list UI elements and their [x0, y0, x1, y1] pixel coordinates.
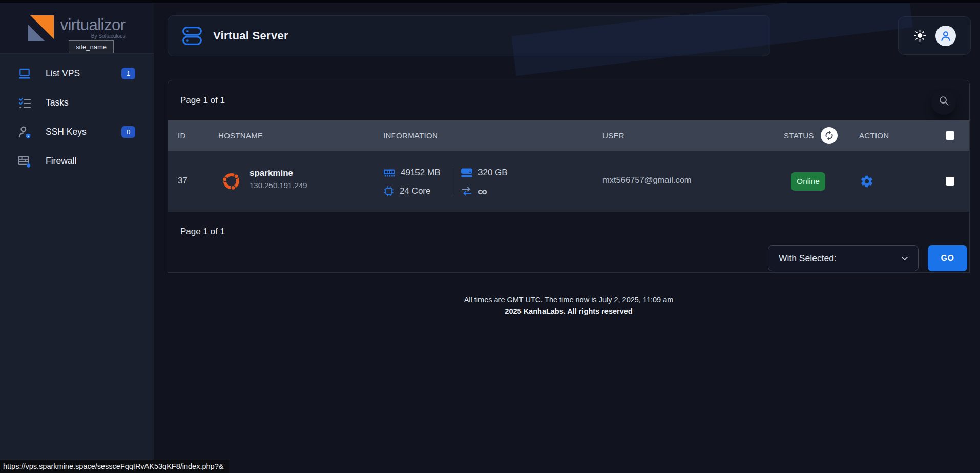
sidebar: virtualizor By Softaculous site_name Lis…: [0, 3, 154, 473]
sidebar-item-tasks[interactable]: Tasks: [0, 88, 154, 117]
go-button[interactable]: GO: [928, 245, 967, 271]
row-select-checkbox[interactable]: [946, 177, 954, 186]
refresh-status-button[interactable]: [821, 127, 838, 144]
vps-id: 37: [178, 176, 187, 186]
laptop-icon: [17, 67, 32, 80]
vps-hostname-link[interactable]: sparkmine: [249, 168, 307, 178]
with-selected-label: With Selected:: [779, 253, 837, 264]
ram-icon: [383, 168, 395, 177]
page-header: Virtual Server: [168, 15, 770, 56]
firewall-icon: [17, 154, 32, 169]
column-information: INFORMATION: [383, 120, 438, 151]
sidebar-item-firewall[interactable]: Firewall: [0, 147, 154, 176]
vps-user-email: mxt566757@gmail.com: [602, 175, 692, 185]
cpu-icon: [383, 186, 394, 197]
bandwidth-transfer-icon: [461, 186, 473, 196]
list-vps-count-badge: 1: [121, 68, 135, 79]
ssh-keys-icon: [17, 125, 32, 139]
sidebar-nav: List VPS 1 Tasks: [0, 54, 154, 176]
vps-bandwidth-infinity: ∞: [478, 186, 487, 196]
footer-copyright: 2025 KanhaLabs. All rights reserved: [168, 307, 970, 315]
with-selected-dropdown[interactable]: With Selected:: [768, 245, 919, 271]
sidebar-item-label: List VPS: [46, 68, 80, 79]
browser-status-url: https://vps.sparkmine.space/sessceFqqIRv…: [0, 460, 229, 473]
column-status: STATUS: [784, 120, 814, 151]
sidebar-item-ssh-keys[interactable]: SSH Keys 0: [0, 117, 154, 147]
sidebar-item-list-vps[interactable]: List VPS 1: [0, 59, 154, 88]
sidebar-item-label: Tasks: [46, 97, 69, 108]
ubuntu-os-icon: [220, 170, 243, 193]
person-icon: [939, 29, 952, 43]
column-id: ID: [178, 120, 186, 151]
page-title: Virtual Server: [213, 29, 288, 43]
info-divider: [453, 168, 453, 196]
ssh-keys-count-badge: 0: [121, 126, 135, 138]
column-hostname: HOSTNAME: [218, 120, 263, 151]
main-content: Virtual Server Page 1 of 1: [154, 3, 980, 473]
logo-text: virtualizor: [60, 17, 125, 33]
sidebar-item-label: Firewall: [46, 156, 76, 167]
user-avatar[interactable]: [935, 26, 956, 46]
footer-time-text: All times are GMT UTC. The time now is J…: [168, 296, 970, 304]
pagination-top: Page 1 of 1: [180, 95, 225, 106]
footer: All times are GMT UTC. The time now is J…: [168, 296, 970, 315]
column-action: ACTION: [859, 120, 889, 151]
search-button[interactable]: [930, 87, 957, 114]
vps-ip-address: 130.250.191.249: [249, 181, 307, 190]
disk-icon: [461, 168, 473, 178]
theme-toggle-sun-icon[interactable]: [913, 29, 926, 42]
vps-cpu: 24 Core: [400, 186, 430, 196]
chevron-down-icon: [900, 253, 910, 263]
vps-settings-button[interactable]: [860, 174, 874, 189]
table-row: 37 sparkmine 130.250.191.249: [168, 151, 969, 212]
select-all-checkbox[interactable]: [946, 131, 954, 140]
search-halo: [931, 90, 956, 115]
status-badge: Online: [791, 172, 825, 191]
logo-subtitle: By Softaculous: [91, 33, 126, 39]
vps-ram: 49152 MB: [401, 168, 441, 178]
logo-tooltip: site_name: [69, 40, 114, 53]
refresh-icon: [824, 130, 835, 141]
sidebar-item-label: SSH Keys: [46, 127, 87, 137]
table-header-row: ID HOSTNAME INFORMATION USER STATUS ACTI…: [168, 120, 969, 151]
pagination-bottom: Page 1 of 1: [180, 227, 225, 237]
virtualizor-logo-icon: [28, 15, 54, 41]
vps-disk: 320 GB: [478, 168, 508, 178]
table-topbar: Page 1 of 1: [168, 80, 969, 120]
column-user: USER: [602, 120, 624, 151]
tasks-icon: [17, 97, 32, 109]
vps-table-panel: Page 1 of 1 ID HOSTNAME INFORMATION USER…: [168, 80, 970, 273]
server-stack-icon: [180, 24, 204, 48]
browser-top-edge: [0, 0, 980, 3]
gear-icon: [860, 174, 874, 189]
topbar-controls: [898, 16, 971, 55]
